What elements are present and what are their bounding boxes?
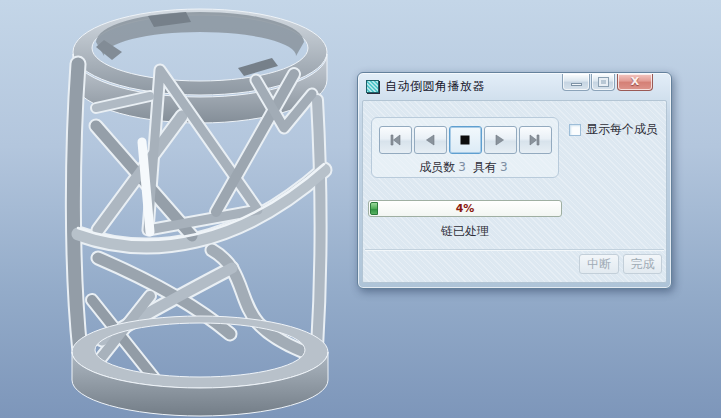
teal-cube-icon [366, 80, 379, 93]
auto-round-player-dialog: 自动倒圆角播放器 X [357, 72, 672, 289]
minimize-icon [571, 83, 582, 86]
show-each-member-checkbox[interactable]: 显示每个成员 [569, 121, 658, 138]
members-count-label: 成员数3具有3 [372, 159, 558, 176]
playback-controls-panel: 成员数3具有3 [371, 117, 559, 178]
skip-to-first-button[interactable] [379, 126, 412, 154]
previous-member-button[interactable] [414, 126, 447, 154]
skip-to-first-icon [387, 132, 403, 148]
done-button[interactable]: 完成 [623, 254, 662, 274]
skip-to-last-button[interactable] [519, 126, 552, 154]
checkbox-icon[interactable] [569, 124, 581, 136]
close-icon: X [618, 75, 652, 88]
stop-button[interactable] [449, 126, 482, 154]
maximize-icon [599, 78, 608, 86]
skip-to-last-icon [527, 132, 543, 148]
stop-icon [457, 132, 473, 148]
3d-model-lattice-cylinder[interactable] [0, 0, 360, 418]
minimize-button[interactable] [562, 74, 590, 91]
progress-caption: 链已处理 [368, 223, 562, 240]
footer-separator [365, 249, 664, 251]
dialog-content: 成员数3具有3 显示每个成员 4% 链已处理 中断 完成 [362, 100, 667, 283]
previous-icon [422, 132, 438, 148]
cad-viewport[interactable]: 自动倒圆角播放器 X [0, 0, 721, 418]
close-button[interactable]: X [617, 74, 653, 91]
dialog-title: 自动倒圆角播放器 [385, 78, 485, 95]
checkbox-label: 显示每个成员 [586, 121, 658, 138]
dialog-titlebar[interactable]: 自动倒圆角播放器 X [358, 73, 671, 100]
interrupt-button[interactable]: 中断 [579, 254, 619, 274]
window-controls: X [562, 74, 653, 91]
progress-percent-label: 4% [369, 201, 561, 216]
maximize-button[interactable] [591, 74, 615, 91]
next-member-button[interactable] [484, 126, 517, 154]
next-icon [492, 132, 508, 148]
progress-bar: 4% [368, 200, 562, 217]
